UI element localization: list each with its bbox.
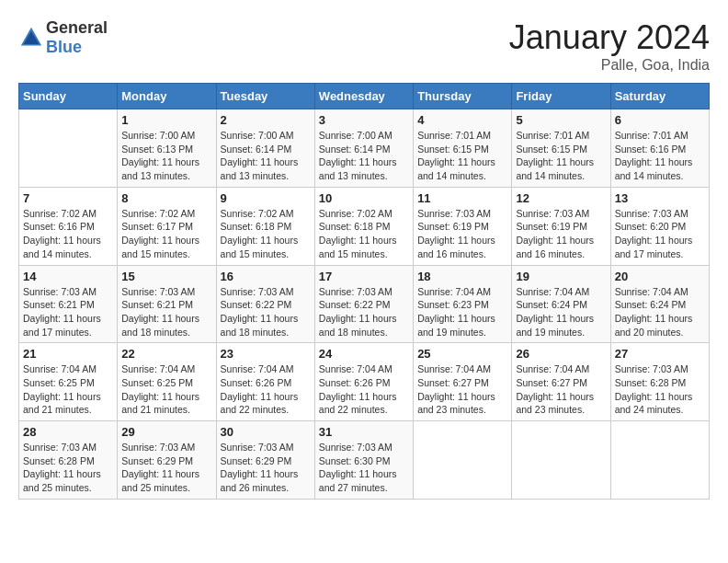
day-number: 22 xyxy=(121,347,211,361)
daylight-text: Daylight: 11 hours and 25 minutes. xyxy=(23,468,101,493)
daylight-text: Daylight: 11 hours and 26 minutes. xyxy=(221,468,299,493)
sunset-text: Sunset: 6:23 PM xyxy=(417,299,489,310)
calendar-week-row: 7 Sunrise: 7:02 AM Sunset: 6:16 PM Dayli… xyxy=(19,187,710,265)
sunset-text: Sunset: 6:20 PM xyxy=(615,221,687,232)
general-blue-icon xyxy=(18,25,44,51)
weekday-header: Sunday xyxy=(19,84,118,109)
day-info: Sunrise: 7:03 AM Sunset: 6:19 PM Dayligh… xyxy=(516,207,606,261)
daylight-text: Daylight: 11 hours and 21 minutes. xyxy=(121,391,199,416)
weekday-header: Friday xyxy=(512,84,610,109)
sunrise-text: Sunrise: 7:04 AM xyxy=(417,363,491,374)
day-info: Sunrise: 7:03 AM Sunset: 6:29 PM Dayligh… xyxy=(121,441,211,495)
calendar-cell: 8 Sunrise: 7:02 AM Sunset: 6:17 PM Dayli… xyxy=(118,187,216,265)
sunset-text: Sunset: 6:16 PM xyxy=(23,221,95,232)
day-number: 26 xyxy=(516,347,606,361)
sunrise-text: Sunrise: 7:04 AM xyxy=(319,363,392,374)
weekday-row: SundayMondayTuesdayWednesdayThursdayFrid… xyxy=(19,84,710,109)
sunrise-text: Sunrise: 7:02 AM xyxy=(121,208,195,219)
sunset-text: Sunset: 6:21 PM xyxy=(23,299,95,310)
daylight-text: Daylight: 11 hours and 15 minutes. xyxy=(221,235,299,259)
day-number: 31 xyxy=(319,425,409,439)
calendar-cell: 26 Sunrise: 7:04 AM Sunset: 6:27 PM Dayl… xyxy=(512,343,610,421)
sunset-text: Sunset: 6:14 PM xyxy=(221,144,292,155)
calendar-cell: 6 Sunrise: 7:01 AM Sunset: 6:16 PM Dayli… xyxy=(610,109,709,188)
calendar-cell: 19 Sunrise: 7:04 AM Sunset: 6:24 PM Dayl… xyxy=(512,265,610,343)
logo-text: General Blue xyxy=(46,18,108,57)
calendar-cell: 4 Sunrise: 7:01 AM Sunset: 6:15 PM Dayli… xyxy=(414,109,512,188)
sunset-text: Sunset: 6:27 PM xyxy=(516,377,587,388)
calendar-table: SundayMondayTuesdayWednesdayThursdayFrid… xyxy=(18,83,710,500)
sunset-text: Sunset: 6:28 PM xyxy=(23,455,95,466)
sunrise-text: Sunrise: 7:03 AM xyxy=(121,442,195,453)
day-info: Sunrise: 7:04 AM Sunset: 6:25 PM Dayligh… xyxy=(23,362,113,417)
day-info: Sunrise: 7:00 AM Sunset: 6:14 PM Dayligh… xyxy=(319,129,409,183)
calendar-cell: 5 Sunrise: 7:01 AM Sunset: 6:15 PM Dayli… xyxy=(512,109,610,188)
calendar-cell: 31 Sunrise: 7:03 AM Sunset: 6:30 PM Dayl… xyxy=(314,421,413,500)
calendar-cell: 18 Sunrise: 7:04 AM Sunset: 6:23 PM Dayl… xyxy=(414,265,512,343)
day-number: 2 xyxy=(221,113,311,127)
title-block: January 2024 Palle, Goa, India xyxy=(509,18,710,74)
day-number: 27 xyxy=(615,347,705,361)
day-info: Sunrise: 7:04 AM Sunset: 6:25 PM Dayligh… xyxy=(121,362,211,417)
calendar-cell: 30 Sunrise: 7:03 AM Sunset: 6:29 PM Dayl… xyxy=(216,421,314,500)
calendar-cell xyxy=(414,421,512,500)
day-info: Sunrise: 7:01 AM Sunset: 6:15 PM Dayligh… xyxy=(516,129,606,183)
sunrise-text: Sunrise: 7:04 AM xyxy=(516,286,589,297)
calendar-cell: 21 Sunrise: 7:04 AM Sunset: 6:25 PM Dayl… xyxy=(19,343,118,421)
calendar-header: SundayMondayTuesdayWednesdayThursdayFrid… xyxy=(19,84,710,109)
daylight-text: Daylight: 11 hours and 24 minutes. xyxy=(615,391,693,416)
day-info: Sunrise: 7:03 AM Sunset: 6:20 PM Dayligh… xyxy=(615,207,705,261)
sunrise-text: Sunrise: 7:00 AM xyxy=(319,130,392,141)
daylight-text: Daylight: 11 hours and 27 minutes. xyxy=(319,468,397,493)
calendar-cell: 24 Sunrise: 7:04 AM Sunset: 6:26 PM Dayl… xyxy=(314,343,413,421)
day-number: 25 xyxy=(417,347,507,361)
calendar-cell: 25 Sunrise: 7:04 AM Sunset: 6:27 PM Dayl… xyxy=(414,343,512,421)
day-number: 15 xyxy=(121,270,211,283)
calendar-week-row: 28 Sunrise: 7:03 AM Sunset: 6:28 PM Dayl… xyxy=(19,421,710,500)
day-number: 6 xyxy=(615,113,705,127)
sunrise-text: Sunrise: 7:01 AM xyxy=(516,130,589,141)
day-info: Sunrise: 7:03 AM Sunset: 6:21 PM Dayligh… xyxy=(121,285,211,339)
sunset-text: Sunset: 6:29 PM xyxy=(121,455,193,466)
calendar-cell: 10 Sunrise: 7:02 AM Sunset: 6:18 PM Dayl… xyxy=(314,187,413,265)
sunrise-text: Sunrise: 7:03 AM xyxy=(221,442,294,453)
day-info: Sunrise: 7:03 AM Sunset: 6:22 PM Dayligh… xyxy=(221,285,311,339)
day-number: 1 xyxy=(121,113,211,127)
calendar-cell: 20 Sunrise: 7:04 AM Sunset: 6:24 PM Dayl… xyxy=(610,265,709,343)
sunset-text: Sunset: 6:15 PM xyxy=(516,144,587,155)
sunrise-text: Sunrise: 7:02 AM xyxy=(221,208,294,219)
calendar-cell: 17 Sunrise: 7:03 AM Sunset: 6:22 PM Dayl… xyxy=(314,265,413,343)
daylight-text: Daylight: 11 hours and 17 minutes. xyxy=(23,313,101,338)
sunset-text: Sunset: 6:17 PM xyxy=(121,221,193,232)
day-info: Sunrise: 7:03 AM Sunset: 6:28 PM Dayligh… xyxy=(23,441,113,495)
daylight-text: Daylight: 11 hours and 15 minutes. xyxy=(121,235,199,259)
day-number: 20 xyxy=(615,270,705,283)
day-number: 17 xyxy=(319,270,409,283)
sunrise-text: Sunrise: 7:04 AM xyxy=(23,363,97,374)
calendar-week-row: 14 Sunrise: 7:03 AM Sunset: 6:21 PM Dayl… xyxy=(19,265,710,343)
calendar-week-row: 21 Sunrise: 7:04 AM Sunset: 6:25 PM Dayl… xyxy=(19,343,710,421)
calendar-cell: 2 Sunrise: 7:00 AM Sunset: 6:14 PM Dayli… xyxy=(216,109,314,188)
daylight-text: Daylight: 11 hours and 19 minutes. xyxy=(516,313,594,338)
sunrise-text: Sunrise: 7:00 AM xyxy=(121,130,195,141)
day-info: Sunrise: 7:04 AM Sunset: 6:26 PM Dayligh… xyxy=(221,362,311,417)
sunrise-text: Sunrise: 7:02 AM xyxy=(23,208,97,219)
daylight-text: Daylight: 11 hours and 14 minutes. xyxy=(23,235,101,259)
sunset-text: Sunset: 6:16 PM xyxy=(615,144,687,155)
calendar-cell: 23 Sunrise: 7:04 AM Sunset: 6:26 PM Dayl… xyxy=(216,343,314,421)
day-number: 19 xyxy=(516,270,606,283)
sunrise-text: Sunrise: 7:04 AM xyxy=(516,363,589,374)
day-number: 28 xyxy=(23,425,113,439)
calendar-cell: 15 Sunrise: 7:03 AM Sunset: 6:21 PM Dayl… xyxy=(118,265,216,343)
daylight-text: Daylight: 11 hours and 14 minutes. xyxy=(417,156,495,181)
calendar-cell: 27 Sunrise: 7:03 AM Sunset: 6:28 PM Dayl… xyxy=(610,343,709,421)
day-info: Sunrise: 7:04 AM Sunset: 6:27 PM Dayligh… xyxy=(516,362,606,417)
day-number: 12 xyxy=(516,191,606,205)
day-info: Sunrise: 7:03 AM Sunset: 6:21 PM Dayligh… xyxy=(23,285,113,339)
sunrise-text: Sunrise: 7:01 AM xyxy=(615,130,688,141)
day-info: Sunrise: 7:03 AM Sunset: 6:19 PM Dayligh… xyxy=(417,207,507,261)
sunset-text: Sunset: 6:28 PM xyxy=(615,377,687,388)
calendar-cell: 16 Sunrise: 7:03 AM Sunset: 6:22 PM Dayl… xyxy=(216,265,314,343)
day-info: Sunrise: 7:03 AM Sunset: 6:28 PM Dayligh… xyxy=(615,362,705,417)
sunset-text: Sunset: 6:21 PM xyxy=(121,299,193,310)
